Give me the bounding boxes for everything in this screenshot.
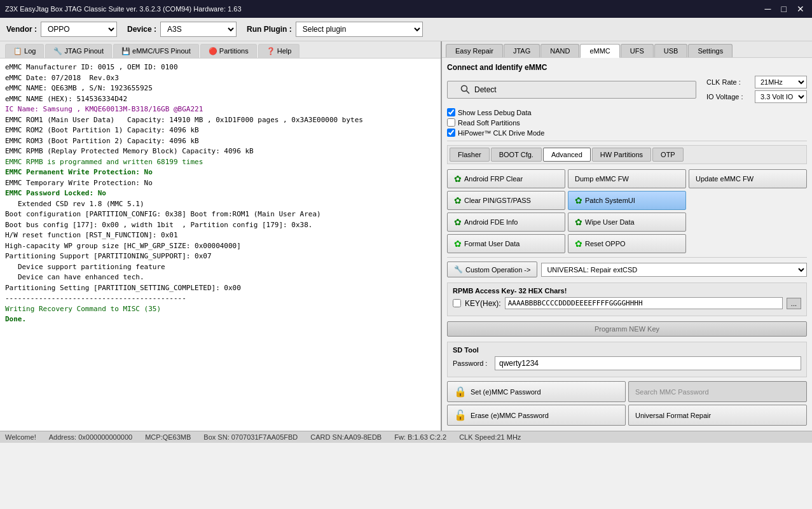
universal-format-repair-button[interactable]: Universal Format Repair <box>628 405 807 426</box>
clk-rate-row: CLK Rate : 21MHz <box>706 76 807 88</box>
erase-emmc-password-button[interactable]: 🔓 Erase (e)MMC Password <box>447 405 626 426</box>
left-panel: 📋 Log 🔧 JTAG Pinout 💾 eMMC/UFS Pinout 🔴 … <box>0 41 442 431</box>
vendor-group: Vendor : OPPO <box>6 22 117 37</box>
log-line: IC Name: Samsung , KMQE60013M-B318/16GB … <box>5 104 436 115</box>
title-bar: Z3X EasyJtag Box JTAG Classic Suite ver.… <box>0 0 812 18</box>
format-icon: ✿ <box>454 239 462 249</box>
show-less-debug-checkbox[interactable] <box>447 108 455 116</box>
patch-system-ui-button[interactable]: ✿ Patch SystemUI <box>568 191 686 210</box>
device-label: Device : <box>127 25 156 34</box>
custom-operation-row: 🔧 Custom Operation -> UNIVERSAL: Repair … <box>447 261 807 277</box>
clk-rate-select[interactable]: 21MHz <box>755 76 807 88</box>
log-line: Boot configuration [PARTITION_CONFIG: 0x… <box>5 209 436 220</box>
tab-log[interactable]: 📋 Log <box>5 44 44 58</box>
custom-operation-select[interactable]: UNIVERSAL: Repair extCSD <box>541 263 807 277</box>
sd-password-row: Password : <box>453 356 801 370</box>
clear-pin-button[interactable]: ✿ Clear PIN/GST/PASS <box>447 191 565 210</box>
detect-row: Detect CLK Rate : 21MHz IO Voltage : 3.3… <box>447 76 807 103</box>
log-line: eMMC Manufacturer ID: 0015 , OEM ID: 010… <box>5 62 436 73</box>
rpmb-key-checkbox[interactable] <box>453 299 461 307</box>
hipower-clk-checkbox[interactable] <box>447 129 455 137</box>
set-emmc-password-button[interactable]: 🔒 Set (e)MMC Password <box>447 381 626 402</box>
vendor-select[interactable]: OPPO <box>41 22 117 37</box>
close-button[interactable]: ✕ <box>794 4 807 14</box>
custom-operation-button[interactable]: 🔧 Custom Operation -> <box>447 261 537 277</box>
log-line: Partitioning Setting [PARTITION_SETTING_… <box>5 283 436 294</box>
status-fw: Fw: B:1.63 C:2.2 <box>394 433 446 441</box>
tab-jtag-pinout[interactable]: 🔧 JTAG Pinout <box>45 44 112 58</box>
sd-password-label: Password : <box>453 359 491 367</box>
status-box-sn: Box SN: 0707031F7AA05FBD <box>203 433 298 441</box>
lock-red-icon: 🔒 <box>454 386 467 398</box>
action-buttons-grid: ✿ Android FRP Clear Dump eMMC FW Update … <box>447 169 807 253</box>
tab-emmc[interactable]: eMMC <box>580 44 619 58</box>
log-line: eMMC NAME: QE63MB , S/N: 1923655925 <box>5 83 436 94</box>
log-line: EMMC RPMB (Replay Protected Memory Block… <box>5 146 436 157</box>
tab-jtag[interactable]: JTAG <box>504 44 540 57</box>
tab-help[interactable]: ❓ Help <box>258 44 300 58</box>
sub-tab-advanced[interactable]: Advanced <box>543 148 591 162</box>
reset-icon: ✿ <box>575 239 582 249</box>
reset-oppo-button[interactable]: ✿ Reset OPPO <box>568 234 686 253</box>
vendor-label: Vendor : <box>6 25 37 34</box>
tab-emmc-pinout[interactable]: 💾 eMMC/UFS Pinout <box>113 44 199 58</box>
svg-line-1 <box>467 90 470 94</box>
log-line: High-capacity WP group size [HC_WP_GRP_S… <box>5 241 436 252</box>
tab-settings[interactable]: Settings <box>688 44 733 57</box>
dump-emmc-fw-button[interactable]: Dump eMMC FW <box>568 169 686 188</box>
lock-green-icon: 🔓 <box>454 409 467 421</box>
maximize-button[interactable]: □ <box>779 4 789 14</box>
show-less-debug-label: Show Less Debug Data <box>458 109 532 116</box>
log-line: EMMC ROM2 (Boot Partition 1) Capacity: 4… <box>5 125 436 136</box>
frp-icon: ✿ <box>454 174 462 184</box>
sd-tool-section: SD Tool Password : <box>447 342 807 377</box>
search-mmc-password-button[interactable]: Search MMC Password <box>628 381 807 402</box>
tab-nand[interactable]: NAND <box>540 44 579 57</box>
status-address: Address: 0x000000000000 <box>49 433 133 441</box>
wrench-icon: 🔧 <box>454 265 463 274</box>
log-line: EMMC RPMB is programmed and written 6819… <box>5 157 436 168</box>
program-key-button[interactable]: Programm NEW Key <box>447 321 807 337</box>
log-line: eMMC Date: 07/2018 Rev.0x3 <box>5 73 436 84</box>
rpmb-dots-button[interactable]: ... <box>787 298 801 309</box>
log-line: EMMC Permanent Write Protection: No <box>5 167 436 178</box>
update-emmc-fw-button[interactable]: Update eMMC FW <box>689 169 807 188</box>
io-voltage-row: IO Voltage : 3.3 Volt IO <box>706 90 807 103</box>
sub-tab-boot-cfg[interactable]: BOOT Cfg. <box>491 148 542 162</box>
device-select[interactable]: A3S <box>160 22 237 37</box>
sub-tabs: FlasherBOOT Cfg.AdvancedHW PartitionsOTP <box>447 145 807 164</box>
content-area: 📋 Log 🔧 JTAG Pinout 💾 eMMC/UFS Pinout 🔴 … <box>0 41 812 431</box>
sd-password-input[interactable] <box>495 356 801 370</box>
io-voltage-select[interactable]: 3.3 Volt IO <box>755 90 807 103</box>
sub-tab-otp[interactable]: OTP <box>652 148 684 162</box>
android-frp-clear-button[interactable]: ✿ Android FRP Clear <box>447 169 565 188</box>
tab-easy-repair[interactable]: Easy Repair <box>446 44 503 57</box>
detect-button[interactable]: Detect <box>447 81 696 99</box>
log-line: Partitioning Support [PARTITIONING_SUPPO… <box>5 251 436 262</box>
log-line: Extended CSD rev 1.8 (MMC 5.1) <box>5 199 436 210</box>
tab-usb[interactable]: USB <box>654 44 688 57</box>
tab-partitions[interactable]: 🔴 Partitions <box>200 44 257 58</box>
emmc-icon: 💾 <box>121 47 130 55</box>
android-fde-info-button[interactable]: ✿ Android FDE Info <box>447 213 565 232</box>
io-voltage-label: IO Voltage : <box>706 93 751 101</box>
log-line: EMMC ROM3 (Boot Partition 2) Capacity: 4… <box>5 136 436 147</box>
right-content: Connect and Identify eMMC Detect CLK Rat… <box>442 58 812 431</box>
log-line: Boot bus config [177]: 0x00 , width 1bit… <box>5 220 436 231</box>
read-soft-partitions-checkbox[interactable] <box>447 118 455 127</box>
search-icon <box>460 85 471 95</box>
sub-tab-hw-partitions[interactable]: HW Partitions <box>592 148 651 162</box>
rpmb-key-input[interactable] <box>505 297 783 309</box>
run-plugin-select[interactable]: Select plugin <box>296 22 423 37</box>
rpmb-key-label: KEY(Hex): <box>465 299 501 308</box>
format-user-data-button[interactable]: ✿ Format User Data <box>447 234 565 253</box>
tab-ufs[interactable]: UFS <box>621 44 654 57</box>
minimize-button[interactable]: ─ <box>762 4 774 14</box>
rpmb-section: RPMB Access Key- 32 HEX Chars! KEY(Hex):… <box>447 282 807 316</box>
sub-tab-flasher[interactable]: Flasher <box>450 148 490 162</box>
log-content: eMMC Manufacturer ID: 0015 , OEM ID: 010… <box>0 59 441 431</box>
log-line: EMMC ROM1 (Main User Data) Capacity: 149… <box>5 115 436 126</box>
status-welcome: Welcome! <box>5 433 36 441</box>
wipe-user-data-button[interactable]: ✿ Wipe User Data <box>568 213 686 232</box>
checkbox-row-hipower-clk: HiPower™ CLK Drive Mode <box>447 129 807 137</box>
